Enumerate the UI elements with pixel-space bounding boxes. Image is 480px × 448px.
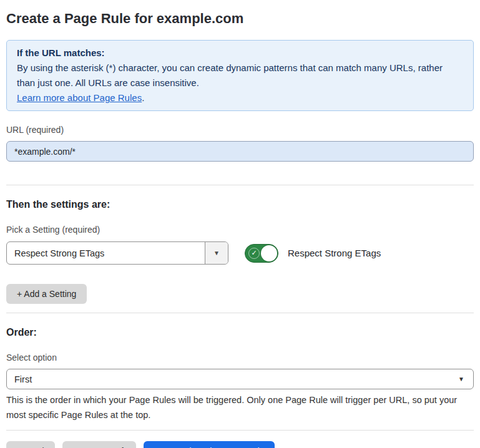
- order-select-label: Select option: [6, 353, 474, 363]
- info-box-heading: If the URL matches:: [17, 46, 463, 61]
- order-section-heading: Order:: [6, 326, 474, 339]
- toggle-label: Respect Strong ETags: [288, 248, 381, 258]
- dropdown-arrow-icon[interactable]: ▼: [205, 242, 228, 264]
- pick-setting-label: Pick a Setting (required): [6, 225, 474, 235]
- setting-select-value: Respect Strong ETags: [7, 242, 205, 264]
- divider: [6, 185, 474, 185]
- cancel-button[interactable]: Cancel: [6, 441, 55, 448]
- setting-select[interactable]: Respect Strong ETags ▼: [6, 241, 228, 265]
- settings-section-heading: Then the settings are:: [6, 198, 474, 211]
- setting-toggle[interactable]: ✓: [245, 244, 278, 263]
- url-match-info-box: If the URL matches: By using the asteris…: [6, 40, 474, 111]
- url-field-label: URL (required): [6, 125, 474, 135]
- learn-more-link[interactable]: Learn more about Page Rules: [17, 92, 142, 103]
- add-setting-button[interactable]: + Add a Setting: [6, 284, 87, 304]
- save-draft-button[interactable]: Save as Draft: [62, 441, 137, 448]
- info-box-link-line: Learn more about Page Rules.: [17, 90, 463, 105]
- order-select[interactable]: First ▼: [6, 369, 474, 389]
- order-select-value: First: [14, 374, 458, 384]
- footer-actions: Cancel Save as Draft Save and Deploy Pag…: [6, 441, 474, 448]
- divider: [6, 430, 474, 431]
- order-help-text: This is the order in which your Page Rul…: [6, 392, 468, 422]
- divider: [6, 313, 474, 313]
- toggle-knob: [261, 245, 277, 261]
- chevron-down-icon: ▼: [458, 376, 464, 382]
- info-box-body: By using the asterisk (*) character, you…: [17, 61, 463, 90]
- save-deploy-button[interactable]: Save and Deploy Page Rule: [144, 441, 275, 448]
- link-suffix: .: [142, 92, 144, 103]
- url-input[interactable]: [6, 141, 474, 162]
- setting-row: Respect Strong ETags ▼ ✓ Respect Strong …: [6, 241, 474, 265]
- page-title: Create a Page Rule for example.com: [6, 10, 474, 27]
- check-icon: ✓: [248, 248, 260, 259]
